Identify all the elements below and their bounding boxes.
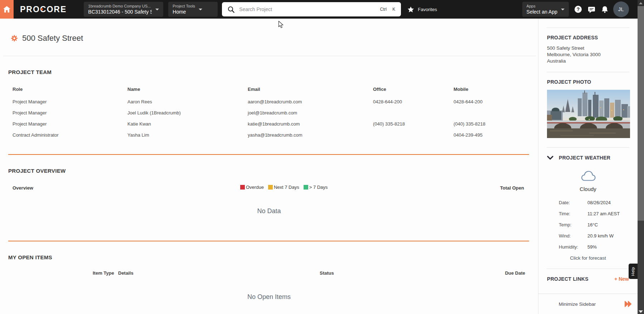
chevron-down-icon	[561, 9, 565, 10]
scrollbar-thumb[interactable]	[638, 6, 644, 221]
weather-condition: Cloudy	[547, 186, 629, 192]
table-row: Contract Administrator Yasha Lim yasha@1…	[8, 129, 529, 141]
project-weather-toggle[interactable]: PROJECT WEATHER	[547, 155, 629, 161]
cell-email[interactable]: katie@1breadcrumb.com	[243, 118, 369, 129]
cell-email[interactable]: aaron@1breadcrumb.com	[243, 96, 369, 107]
forecast-link[interactable]: Click for forecast	[547, 255, 629, 261]
minimize-sidebar-label: Minimize Sidebar	[559, 301, 596, 307]
address-line: Australia	[547, 58, 629, 64]
cell-role: Contract Administrator	[8, 129, 123, 141]
company-project-selector[interactable]: 1breadcrumb Demo Company US... BC3130120…	[84, 2, 163, 17]
total-open-label: Total Open	[500, 185, 524, 191]
col-due-date: Due Date	[505, 270, 525, 276]
overview-empty-state: No Data	[0, 207, 538, 215]
tools-selector-label: Project Tools	[173, 4, 195, 9]
add-link-button[interactable]: + New	[614, 276, 629, 282]
weather-row-time: Time: 11:27 am AEST	[547, 211, 629, 216]
cell-office: 0428-644-200	[369, 96, 449, 107]
favorites-button[interactable]: Favorites	[407, 6, 437, 13]
cell-name: Joel Ludik (1Breadcrumb)	[123, 107, 243, 118]
col-email: Email	[243, 84, 369, 96]
scroll-down-arrow[interactable]	[638, 310, 644, 313]
legend-next7-swatch	[268, 185, 273, 190]
user-avatar[interactable]: JL	[613, 1, 629, 17]
project-team-heading: PROJECT TEAM	[8, 69, 538, 75]
top-navigation-bar: PROCORE 1breadcrumb Demo Company US... B…	[0, 0, 644, 19]
cell-role: Project Manager	[8, 96, 123, 107]
project-links-heading: PROJECT LINKS	[547, 276, 589, 282]
project-photo-heading: PROJECT PHOTO	[547, 79, 629, 85]
project-tools-selector[interactable]: Project Tools Home	[168, 2, 218, 17]
page-content: 500 Safety Street PROJECT TEAM Role Name…	[0, 19, 638, 314]
address-line: Melbourne, Victoria 3000	[547, 51, 629, 58]
shortcut-k: K	[392, 7, 395, 12]
weather-row-date: Date: 08/26/2024	[547, 200, 629, 205]
help-button[interactable]: ?	[574, 5, 582, 13]
col-item-type: Item Type	[93, 270, 114, 276]
notifications-button[interactable]	[601, 6, 609, 13]
project-photo-image[interactable]	[547, 90, 630, 138]
chevron-down-icon	[547, 156, 553, 160]
weather-row-humidity: Humidity: 59%	[547, 244, 629, 250]
cell-mobile: 0404-239-495	[449, 129, 529, 141]
question-mark-icon: ?	[574, 5, 582, 13]
team-header-row: Role Name Email Office Mobile	[8, 84, 529, 96]
cell-mobile: (040) 335-8218	[449, 118, 529, 129]
company-selector-value: BC313012046 - 500 Safety S...	[88, 9, 152, 15]
main-column: 500 Safety Street PROJECT TEAM Role Name…	[0, 19, 538, 314]
open-items-empty-state: No Open Items	[0, 293, 538, 301]
help-tab[interactable]: Help	[629, 264, 638, 279]
cell-name: Aaron Rees	[123, 96, 243, 107]
scroll-up-arrow[interactable]	[638, 0, 644, 6]
weather-row-temp: Temp: 16°C	[547, 222, 629, 227]
col-mobile: Mobile	[449, 84, 529, 96]
weather-icon-wrap	[547, 170, 629, 182]
legend-overdue-swatch	[240, 185, 245, 190]
project-sidebar: PROJECT ADDRESS 500 Safety Street Melbou…	[538, 19, 638, 314]
page-scrollbar[interactable]	[638, 0, 644, 314]
cell-email[interactable]: joel@1breadcrumb.com	[243, 107, 369, 118]
gear-icon[interactable]	[11, 35, 18, 42]
help-tab-label: Help	[631, 267, 635, 276]
address-line: 500 Safety Street	[547, 45, 629, 51]
home-button[interactable]	[0, 0, 14, 19]
col-office: Office	[369, 84, 449, 96]
search-input[interactable]	[238, 6, 374, 13]
cell-name: Katie Kwan	[123, 118, 243, 129]
avatar-initials: JL	[618, 6, 624, 12]
col-status: Status	[320, 270, 334, 276]
col-name: Name	[123, 84, 243, 96]
search-box[interactable]: Ctrl K	[222, 2, 401, 16]
messages-button[interactable]	[587, 6, 596, 13]
procore-logo: PROCORE	[20, 5, 67, 14]
procore-logo-text: PROCORE	[20, 5, 67, 14]
table-row: Project Manager Aaron Rees aaron@1breadc…	[8, 96, 529, 107]
chevron-down-icon	[199, 9, 202, 10]
chevron-down-icon	[155, 9, 159, 10]
project-team-table: Role Name Email Office Mobile Project Ma…	[8, 84, 529, 141]
svg-text:?: ?	[577, 6, 580, 12]
apps-selector-value: Select an App	[527, 9, 557, 15]
project-address-text: 500 Safety Street Melbourne, Victoria 30…	[547, 45, 629, 65]
project-photo-section: PROJECT PHOTO	[538, 72, 638, 138]
search-icon	[228, 6, 234, 13]
minimize-sidebar-button[interactable]: Minimize Sidebar	[538, 294, 638, 314]
double-chevron-right-icon	[624, 301, 632, 307]
star-icon	[407, 6, 414, 13]
legend-gt-7-days: > 7 Days	[304, 185, 328, 190]
cell-name: Yasha Lim	[123, 129, 243, 141]
triangle-up-icon	[639, 2, 643, 4]
title-divider	[3, 56, 536, 56]
cell-mobile	[449, 107, 529, 118]
page-title: 500 Safety Street	[22, 34, 83, 43]
shortcut-ctrl: Ctrl	[380, 7, 387, 12]
cell-email[interactable]: yasha@1breadcrumb.com	[243, 129, 369, 141]
legend-overdue: Overdue	[240, 185, 264, 190]
cloud-icon	[580, 170, 597, 182]
home-icon	[3, 6, 11, 13]
overview-row-label: Overview	[13, 185, 33, 191]
overview-header-row: Overview Overdue Next 7 Days > 7 Days	[0, 185, 538, 192]
apps-selector[interactable]: Apps Select an App	[522, 2, 569, 17]
cell-role: Project Manager	[8, 118, 123, 129]
cell-office	[369, 107, 449, 118]
